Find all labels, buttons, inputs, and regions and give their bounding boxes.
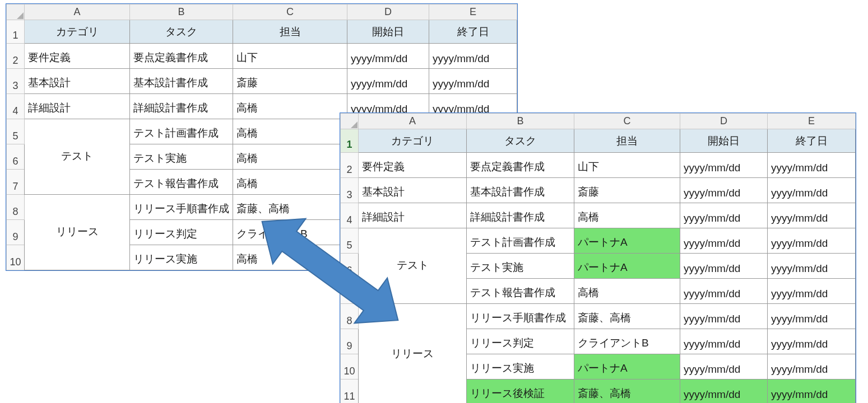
cell[interactable]: 高橋 <box>574 279 680 304</box>
cell[interactable]: テスト報告書作成 <box>467 279 574 304</box>
cell[interactable]: テスト計画書作成 <box>467 228 574 254</box>
col-header-A[interactable]: A <box>359 114 467 129</box>
cell-merged[interactable]: テスト <box>25 119 130 195</box>
cell-merged[interactable]: テスト <box>359 228 467 304</box>
cell[interactable]: クライアントB <box>233 220 347 245</box>
cell-highlight[interactable]: パートナA <box>574 228 680 254</box>
cell[interactable]: yyyy/mm/dd <box>768 254 856 279</box>
cell[interactable]: yyyy/mm/dd <box>768 203 856 228</box>
cell-header-assignee[interactable]: 担当 <box>574 129 680 153</box>
cell[interactable]: yyyy/mm/dd <box>680 178 768 203</box>
cell-highlight[interactable]: パートナA <box>574 354 680 379</box>
row-header[interactable]: 5 <box>341 228 359 254</box>
cell[interactable]: リリース手順書作成 <box>467 304 574 329</box>
row-header[interactable]: 11 <box>341 379 359 404</box>
cell[interactable]: 詳細設計書作成 <box>467 203 574 228</box>
cell[interactable]: 詳細設計書作成 <box>130 94 233 119</box>
cell[interactable]: 高橋 <box>233 144 347 170</box>
cell[interactable]: yyyy/mm/dd <box>347 44 429 69</box>
cell-highlight[interactable]: 斎藤、高橋 <box>574 379 680 404</box>
cell[interactable]: リリース手順書作成 <box>130 195 233 220</box>
cell[interactable]: yyyy/mm/dd <box>768 228 856 254</box>
cell-header-end[interactable]: 終了日 <box>429 20 517 44</box>
row-header[interactable]: 9 <box>341 329 359 354</box>
cell[interactable]: 山下 <box>233 44 347 69</box>
cell[interactable]: yyyy/mm/dd <box>680 228 768 254</box>
cell[interactable]: 要件定義 <box>25 44 130 69</box>
cell[interactable]: 高橋 <box>233 94 347 119</box>
cell[interactable]: 高橋 <box>233 119 347 144</box>
cell-header-task[interactable]: タスク <box>467 129 574 153</box>
col-header-A[interactable]: A <box>25 4 130 20</box>
select-all-corner[interactable] <box>341 114 359 129</box>
cell[interactable]: 斎藤 <box>233 69 347 94</box>
cell-highlight[interactable]: パートナA <box>574 254 680 279</box>
cell[interactable]: 高橋 <box>233 170 347 195</box>
cell[interactable]: yyyy/mm/dd <box>768 178 856 203</box>
col-header-D[interactable]: D <box>347 4 429 20</box>
cell[interactable]: yyyy/mm/dd <box>680 279 768 304</box>
row-header[interactable]: 3 <box>7 69 25 94</box>
col-header-E[interactable]: E <box>429 4 517 20</box>
cell-highlight[interactable]: リリース後検証 <box>467 379 574 404</box>
cell[interactable]: yyyy/mm/dd <box>680 203 768 228</box>
row-header[interactable]: 2 <box>7 44 25 69</box>
row-header[interactable]: 2 <box>341 153 359 178</box>
cell[interactable]: yyyy/mm/dd <box>768 329 856 354</box>
cell[interactable]: yyyy/mm/dd <box>768 304 856 329</box>
cell[interactable]: 要点定義書作成 <box>467 153 574 178</box>
row-header[interactable]: 6 <box>7 144 25 170</box>
cell[interactable]: yyyy/mm/dd <box>680 354 768 379</box>
cell[interactable]: 斎藤 <box>574 178 680 203</box>
cell-header-category[interactable]: カテゴリ <box>25 20 130 44</box>
cell-header-assignee[interactable]: 担当 <box>233 20 347 44</box>
row-header[interactable]: 10 <box>341 354 359 379</box>
row-header[interactable]: 1 <box>7 20 25 44</box>
cell[interactable]: テスト計画書作成 <box>130 119 233 144</box>
row-header[interactable]: 1 <box>341 129 359 153</box>
row-header[interactable]: 4 <box>341 203 359 228</box>
cell[interactable]: リリース実施 <box>130 245 233 270</box>
row-header[interactable]: 3 <box>341 178 359 203</box>
cell[interactable]: yyyy/mm/dd <box>680 254 768 279</box>
row-header[interactable]: 8 <box>7 195 25 220</box>
cell[interactable]: 詳細設計 <box>359 203 467 228</box>
row-header[interactable]: 7 <box>341 279 359 304</box>
col-header-E[interactable]: E <box>768 114 856 129</box>
cell[interactable]: 高橋 <box>574 203 680 228</box>
cell[interactable]: 斎藤、高橋 <box>574 304 680 329</box>
cell[interactable]: yyyy/mm/dd <box>429 69 517 94</box>
cell[interactable]: 要点定義書作成 <box>130 44 233 69</box>
select-all-corner[interactable] <box>7 4 25 20</box>
col-header-D[interactable]: D <box>680 114 768 129</box>
row-header[interactable]: 6 <box>341 254 359 279</box>
cell-header-end[interactable]: 終了日 <box>768 129 856 153</box>
cell[interactable]: yyyy/mm/dd <box>680 304 768 329</box>
cell[interactable]: yyyy/mm/dd <box>768 279 856 304</box>
row-header[interactable]: 10 <box>7 245 25 270</box>
cell-merged[interactable]: リリース <box>25 195 130 270</box>
cell[interactable]: テスト報告書作成 <box>130 170 233 195</box>
cell[interactable]: 基本設計書作成 <box>130 69 233 94</box>
row-header[interactable]: 7 <box>7 170 25 195</box>
row-header[interactable]: 9 <box>7 220 25 245</box>
cell[interactable]: テスト実施 <box>467 254 574 279</box>
col-header-B[interactable]: B <box>130 4 233 20</box>
cell-highlight[interactable]: yyyy/mm/dd <box>768 379 856 404</box>
cell[interactable]: リリース判定 <box>130 220 233 245</box>
cell[interactable]: リリース実施 <box>467 354 574 379</box>
grid-b[interactable]: A B C D E 1 カテゴリ タスク 担当 開始日 終了日 2 要件定義 要… <box>340 113 856 403</box>
cell[interactable]: 詳細設計 <box>25 94 130 119</box>
cell[interactable]: クライアントB <box>574 329 680 354</box>
cell[interactable]: yyyy/mm/dd <box>680 329 768 354</box>
cell-header-start[interactable]: 開始日 <box>347 20 429 44</box>
cell-highlight[interactable]: yyyy/mm/dd <box>680 379 768 404</box>
cell[interactable]: 基本設計 <box>25 69 130 94</box>
cell[interactable]: yyyy/mm/dd <box>768 354 856 379</box>
cell[interactable]: yyyy/mm/dd <box>768 153 856 178</box>
cell[interactable]: yyyy/mm/dd <box>680 153 768 178</box>
cell-merged[interactable]: リリース <box>359 304 467 404</box>
cell[interactable]: 山下 <box>574 153 680 178</box>
cell[interactable]: 要件定義 <box>359 153 467 178</box>
col-header-C[interactable]: C <box>233 4 347 20</box>
